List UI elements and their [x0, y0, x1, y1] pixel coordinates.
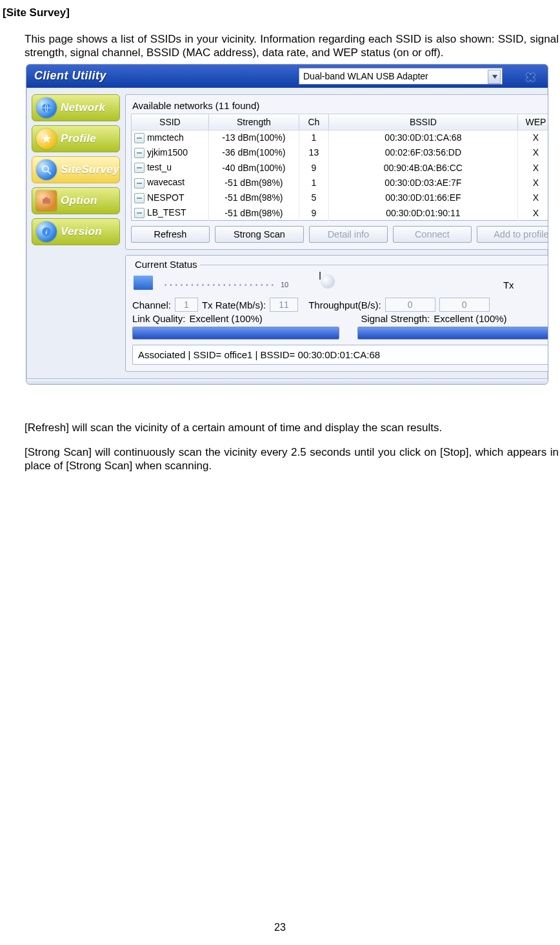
signal-strength-value: Excellent (100%): [434, 313, 506, 324]
title-bar: Client Utility Dual-band WLAN USB Adapte…: [26, 65, 548, 88]
cell: X: [517, 190, 548, 205]
intro-paragraph: This page shows a list of SSIDs in your …: [25, 32, 559, 60]
section-title: [Site Survey]: [3, 6, 559, 19]
cell: 9: [299, 160, 328, 175]
table-row[interactable]: test_u-40 dBm(100%)900:90:4B:0A:B6:CCX: [131, 160, 548, 175]
cell: X: [517, 130, 548, 145]
cell: -51 dBm(98%): [208, 175, 299, 190]
svg-text:i: i: [46, 228, 48, 235]
toolbox-icon: [36, 190, 57, 211]
col-wep[interactable]: WEP: [517, 114, 548, 130]
cell: X: [517, 175, 548, 190]
network-icon: [134, 163, 145, 173]
cell: -40 dBm(100%): [208, 160, 299, 175]
star-icon: [36, 128, 57, 149]
svg-line-2: [48, 171, 51, 174]
signal-strength-label: Signal Strength:: [361, 313, 430, 324]
current-status-panel: Current Status • • • • • • • • • • • • •…: [125, 255, 548, 372]
table-row[interactable]: yjkim1500-36 dBm(100%)1300:02:6F:03:56:D…: [131, 145, 548, 160]
cell: yjkim1500: [147, 147, 188, 158]
assoc-bssid-prefix: | BSSID=: [252, 349, 297, 360]
sidebar-label: Option: [61, 194, 97, 207]
sidebar-label: Profile: [61, 132, 96, 145]
svg-rect-3: [43, 199, 50, 204]
sidebar-label: Network: [61, 101, 105, 114]
cell: 00:02:6F:03:56:DD: [328, 145, 517, 160]
col-bssid[interactable]: BSSID: [328, 114, 517, 130]
channel-label: Channel:: [132, 300, 171, 310]
strong-scan-desc: [Strong Scan] will continuously scan the…: [25, 445, 559, 473]
col-strength[interactable]: Strength: [208, 114, 299, 130]
chevron-down-icon: [492, 75, 497, 79]
table-header-row: SSID Strength Ch BSSID WEP: [131, 114, 548, 130]
table-row[interactable]: mmctech-13 dBm(100%)100:30:0D:01:CA:68X: [131, 130, 548, 145]
cell: X: [517, 160, 548, 175]
search-icon: [36, 159, 57, 180]
cell: LB_TEST: [147, 207, 186, 218]
association-status: Associated | SSID= office1 | BSSID= 00:3…: [132, 345, 548, 365]
cell: 00:30:0D:03:AE:7F: [328, 175, 517, 190]
info-icon: i: [36, 221, 57, 242]
col-ch[interactable]: Ch: [299, 114, 328, 130]
link-quality-label: Link Quality:: [132, 313, 186, 324]
network-icon: [134, 193, 145, 203]
add-to-profile-button[interactable]: Add to profile: [477, 226, 548, 243]
assoc-ssid: office1: [224, 349, 252, 360]
globe-icon: [36, 97, 57, 118]
sidebar-item-sitesurvey[interactable]: SiteSurvey: [32, 156, 120, 183]
adapter-dropdown[interactable]: Dual-band WLAN USB Adapter: [299, 68, 503, 85]
link-quality-value: Excellent (100%): [189, 313, 357, 324]
client-utility-window: Client Utility Dual-band WLAN USB Adapte…: [26, 64, 548, 385]
connect-button[interactable]: Connect: [393, 226, 472, 243]
cell: mmctech: [147, 132, 184, 143]
cell: 1: [299, 130, 328, 145]
sidebar-item-option[interactable]: Option: [32, 187, 120, 214]
sidebar-item-profile[interactable]: Profile: [32, 125, 120, 152]
cell: -36 dBm(100%): [208, 145, 299, 160]
cell: 9: [299, 205, 328, 221]
sidebar-label: SiteSurvey: [61, 163, 119, 176]
sidebar-label: Version: [61, 225, 102, 238]
refresh-button[interactable]: Refresh: [131, 226, 210, 243]
tx-label: Tx: [503, 279, 514, 290]
col-ssid[interactable]: SSID: [131, 114, 208, 130]
cell: 00:30:0D:01:CA:68: [328, 130, 517, 145]
cell: 5: [299, 190, 328, 205]
cell: -51 dBm(98%): [208, 205, 299, 221]
assoc-bssid: 00:30:0D:01:CA:68: [298, 349, 381, 360]
cell: -13 dBm(100%): [208, 130, 299, 145]
available-networks-label: Available networks (11 found): [132, 100, 548, 111]
network-icon: [134, 178, 145, 188]
sidebar-item-network[interactable]: Network: [32, 94, 120, 121]
signal-strength-bar: [357, 327, 548, 340]
cell: X: [517, 205, 548, 221]
table-row[interactable]: wavecast-51 dBm(98%)100:30:0D:03:AE:7FX: [131, 175, 548, 190]
cell: 1: [299, 175, 328, 190]
signal-number: 10: [281, 281, 288, 289]
network-icon: [134, 208, 145, 218]
adapter-selected-text: Dual-band WLAN USB Adapter: [303, 71, 428, 81]
sidebar-item-version[interactable]: i Version: [32, 218, 120, 245]
table-row[interactable]: LB_TEST-51 dBm(98%)900:30:0D:01:90:11X: [131, 205, 548, 221]
table-row[interactable]: NESPOT-51 dBm(98%)500:30:0D:01:66:EFX: [131, 190, 548, 205]
pc-icon: [132, 274, 158, 295]
txrate-value: 11: [270, 298, 298, 312]
page-number: 23: [0, 922, 560, 933]
link-dots-icon: • • • • • • • • • • • • • • • • • • • • …: [165, 281, 274, 289]
cell: 00:30:0D:01:90:11: [328, 205, 517, 221]
strong-scan-button[interactable]: Strong Scan: [215, 226, 304, 243]
ap-icon: [321, 274, 341, 295]
close-icon[interactable]: ✖: [525, 70, 536, 85]
cell: 00:30:0D:01:66:EF: [328, 190, 517, 205]
cell: NESPOT: [147, 192, 185, 203]
networks-table[interactable]: SSID Strength Ch BSSID WEP mmctech-13 dB…: [131, 114, 548, 221]
throughput-tx-value: 0: [385, 298, 435, 312]
cell: 13: [299, 145, 328, 160]
cell: wavecast: [147, 177, 185, 187]
refresh-desc: [Refresh] will scan the vicinity of a ce…: [25, 421, 559, 434]
detail-info-button[interactable]: Detail info: [309, 226, 388, 243]
cell: -51 dBm(98%): [208, 190, 299, 205]
sidebar: Network Profile SiteSurvey Option i Vers…: [32, 94, 120, 372]
channel-value: 1: [175, 298, 198, 312]
cell: test_u: [147, 162, 172, 172]
